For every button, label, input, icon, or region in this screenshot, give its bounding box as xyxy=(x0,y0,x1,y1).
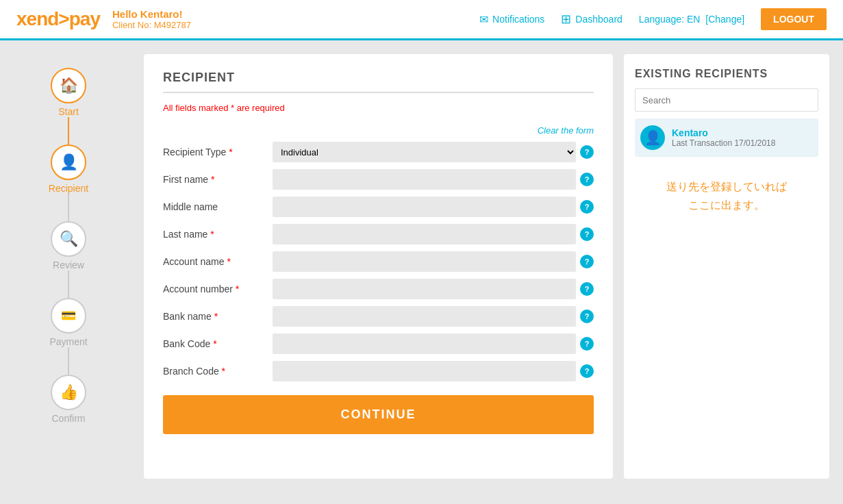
connector-3 xyxy=(68,270,69,298)
user-info: Hello Kentaro! Client No: M492787 xyxy=(112,8,191,30)
continue-button[interactable]: CONTINUE xyxy=(163,395,594,434)
step-recipient-label: Recipient xyxy=(49,183,88,194)
logo-arrow: > xyxy=(58,8,68,29)
hello-text: Hello Kentaro! xyxy=(112,8,191,20)
main-content: 🏠 Start 👤 Recipient 🔍 Review 💳 Payment 👍… xyxy=(0,40,843,492)
last-name-input-wrap: ? xyxy=(273,224,594,244)
header-nav: ✉ Notifications ⊞ Dashboard Language: EN… xyxy=(479,8,827,30)
field-first-name: First name * ? xyxy=(163,169,594,190)
account-name-input-wrap: ? xyxy=(273,251,594,272)
bank-name-label: Bank name * xyxy=(163,311,273,322)
step-payment-label: Payment xyxy=(49,336,87,347)
language-label: Language: EN xyxy=(639,14,701,25)
logo: xend>pay xyxy=(16,8,100,30)
avatar-icon: 👤 xyxy=(644,129,662,146)
step-start-label: Start xyxy=(58,106,79,117)
bank-code-input-wrap: ? xyxy=(273,333,594,354)
language-change[interactable]: [Change] xyxy=(705,14,744,25)
logo-pay: pay xyxy=(69,8,100,29)
required-note2: are required xyxy=(234,103,285,113)
notifications-label: Notifications xyxy=(492,14,544,25)
field-account-name: Account name * ? xyxy=(163,251,594,272)
form-title: RECIPIENT xyxy=(163,71,594,93)
field-bank-name: Bank name * ? xyxy=(163,306,594,327)
middle-name-input[interactable] xyxy=(273,197,576,217)
branch-code-help-icon[interactable]: ? xyxy=(580,364,594,378)
account-name-label: Account name * xyxy=(163,256,273,267)
middle-name-help-icon[interactable]: ? xyxy=(580,200,594,214)
branch-code-input-wrap: ? xyxy=(273,361,594,381)
bank-code-help-icon[interactable]: ? xyxy=(580,337,594,351)
first-name-input-wrap: ? xyxy=(273,169,594,190)
step-recipient-circle[interactable]: 👤 xyxy=(51,144,86,180)
clear-form-link-wrap: Clear the form xyxy=(163,124,594,136)
recipient-avatar: 👤 xyxy=(640,125,665,150)
bank-name-input[interactable] xyxy=(273,306,576,327)
step-start-circle[interactable]: 🏠 xyxy=(51,68,86,103)
dashboard-icon: ⊞ xyxy=(561,12,571,27)
step-review-circle[interactable]: 🔍 xyxy=(51,221,86,257)
recipient-search-input[interactable] xyxy=(635,88,818,112)
recipient-type-input-wrap: Individual Business ? xyxy=(273,142,594,162)
dashboard-label: Dashboard xyxy=(575,14,622,25)
account-number-label: Account number * xyxy=(163,284,273,294)
last-name-input[interactable] xyxy=(273,224,576,244)
bank-code-label: Bank Code * xyxy=(163,338,273,349)
first-name-label: First name * xyxy=(163,174,273,185)
sidebar: 🏠 Start 👤 Recipient 🔍 Review 💳 Payment 👍… xyxy=(0,40,137,492)
dashboard-link[interactable]: ⊞ Dashboard xyxy=(561,12,622,27)
connector-2 xyxy=(68,194,69,221)
account-name-help-icon[interactable]: ? xyxy=(580,255,594,268)
header: xend>pay Hello Kentaro! Client No: M4927… xyxy=(0,0,843,40)
existing-recipients-card: EXISTING RECIPIENTS 👤 Kentaro Last Trans… xyxy=(624,54,829,479)
logo-area: xend>pay Hello Kentaro! Client No: M4927… xyxy=(16,8,191,30)
first-name-help-icon[interactable]: ? xyxy=(580,173,594,186)
field-last-name: Last name * ? xyxy=(163,224,594,244)
field-bank-code: Bank Code * ? xyxy=(163,333,594,354)
recipient-details: Kentaro Last Transaction 17/01/2018 xyxy=(672,127,775,148)
language-selector[interactable]: Language: EN [Change] xyxy=(639,14,744,25)
required-note: All fields marked * are required xyxy=(163,103,594,113)
step-start: 🏠 Start xyxy=(51,68,86,117)
field-middle-name: Middle name ? xyxy=(163,197,594,217)
account-name-input[interactable] xyxy=(273,251,576,272)
bank-name-input-wrap: ? xyxy=(273,306,594,327)
field-recipient-type: Recipient Type * Individual Business ? xyxy=(163,142,594,162)
recipient-item[interactable]: 👤 Kentaro Last Transaction 17/01/2018 xyxy=(635,118,818,157)
envelope-icon: ✉ xyxy=(479,13,488,26)
account-number-input-wrap: ? xyxy=(273,279,594,299)
required-note-text: All fields marked xyxy=(163,103,231,113)
first-name-input[interactable] xyxy=(273,169,576,190)
step-review: 🔍 Review xyxy=(51,221,86,270)
step-confirm: 👍 Confirm xyxy=(51,375,86,424)
recipient-type-select[interactable]: Individual Business xyxy=(273,142,576,162)
bank-code-input[interactable] xyxy=(273,333,576,354)
last-name-help-icon[interactable]: ? xyxy=(580,227,594,241)
content-area: RECIPIENT All fields marked * are requir… xyxy=(137,40,843,492)
bank-name-help-icon[interactable]: ? xyxy=(580,310,594,323)
recipient-name: Kentaro xyxy=(672,127,775,138)
step-payment-circle[interactable]: 💳 xyxy=(51,298,86,333)
recipient-form-card: RECIPIENT All fields marked * are requir… xyxy=(144,54,613,479)
japanese-note: 送り先を登録していればここに出ます。 xyxy=(635,177,818,214)
step-confirm-label: Confirm xyxy=(51,413,85,424)
step-confirm-circle[interactable]: 👍 xyxy=(51,375,86,410)
logout-button[interactable]: LOGOUT xyxy=(761,8,827,30)
step-recipient: 👤 Recipient xyxy=(49,144,88,194)
step-payment: 💳 Payment xyxy=(49,298,87,347)
account-number-input[interactable] xyxy=(273,279,576,299)
clear-form-link[interactable]: Clear the form xyxy=(538,125,594,136)
logo-text: xend xyxy=(16,8,58,29)
account-number-help-icon[interactable]: ? xyxy=(580,282,594,296)
field-branch-code: Branch Code * ? xyxy=(163,361,594,381)
existing-recipients-title: EXISTING RECIPIENTS xyxy=(635,68,818,80)
notifications-link[interactable]: ✉ Notifications xyxy=(479,13,544,26)
step-review-label: Review xyxy=(53,260,84,270)
branch-code-input[interactable] xyxy=(273,361,576,381)
last-name-label: Last name * xyxy=(163,229,273,240)
recipient-type-help-icon[interactable]: ? xyxy=(580,145,594,159)
recipient-type-label: Recipient Type * xyxy=(163,147,273,158)
middle-name-label: Middle name xyxy=(163,201,273,212)
middle-name-input-wrap: ? xyxy=(273,197,594,217)
branch-code-label: Branch Code * xyxy=(163,366,273,377)
